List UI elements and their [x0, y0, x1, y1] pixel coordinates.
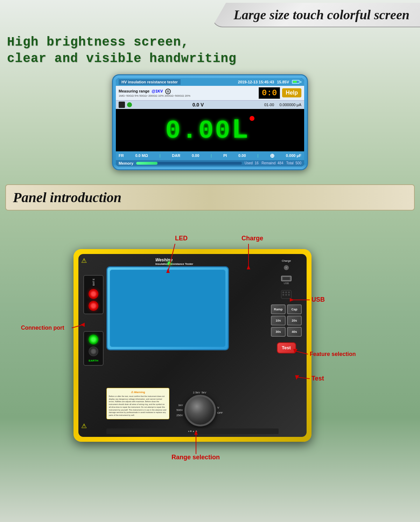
dar-label: DAR — [172, 153, 180, 158]
dot-indicator — [250, 116, 254, 121]
fr-label: FR — [119, 153, 124, 158]
port-red-1 — [89, 289, 98, 299]
fr-value: 0.0 MΩ — [135, 153, 148, 158]
led-indicator — [168, 262, 171, 265]
cap-button[interactable]: Cap — [287, 304, 302, 314]
device-screen-window — [106, 266, 229, 350]
range-selection-annotation-text: Range selection — [172, 454, 220, 461]
connection-port-annotation-text: Connection port — [21, 325, 64, 331]
earth-port-strip: EARTH — [83, 331, 104, 366]
test-button[interactable]: Test — [277, 342, 296, 353]
knob-area: 2.5kV 5kV 1kV 500V 250V V — [176, 391, 223, 426]
knob-row: 1kV 500V 250V V OFF — [176, 395, 223, 426]
panel-intro-title: Panel introduction — [13, 190, 121, 205]
usb-port — [281, 276, 292, 281]
usb-area: USB — [281, 276, 292, 284]
current-reading: 01-00 0.000000 μA — [264, 103, 301, 107]
measure-subtitle: 1MG~50GΩ 5% 50GΩ~200GΩ 10% 200GΩ~500GΩ 2… — [119, 94, 259, 97]
bottom-label-strip: ● ■ ▲ ◆ — [106, 428, 279, 434]
10s-button[interactable]: 10s — [271, 316, 286, 325]
right-controls: Charge USB — [271, 259, 302, 353]
timer-display: 0:0 — [259, 87, 280, 99]
header-section: Large size touch colorful screen — [0, 0, 420, 27]
port-black — [89, 346, 98, 356]
battery-body — [292, 80, 300, 84]
device-photo-wrapper: ⚠ ⚠ Weshine Insulation Resistance Tester… — [18, 221, 402, 466]
earth-label: EARTH — [89, 359, 98, 362]
rotary-knob[interactable] — [184, 395, 216, 426]
usb-annotation-text: USB — [312, 296, 325, 303]
warning-title: ⚠ Warning — [109, 390, 167, 394]
memory-stats: Used 16 Remaind 484 Total 500 — [245, 161, 301, 165]
speaker — [281, 290, 292, 299]
pi-label: PI — [223, 153, 227, 158]
memory-label: Memory — [119, 161, 133, 165]
panel-intro-banner: Panel introduction — [5, 184, 415, 211]
subtitle-section: High brightness screen, clear and visibl… — [0, 27, 420, 71]
memory-bar-fill — [136, 162, 157, 165]
pi-value: 0.00 — [238, 153, 246, 158]
header-banner: Large size touch colorful screen — [212, 3, 420, 27]
brand-name: Weshine Insulation Resistance Tester — [155, 257, 193, 266]
40s-button[interactable]: 40s — [287, 327, 302, 337]
measure-row: Measuring range @1KV ⊙ 1MG~50GΩ 5% 50GΩ~… — [116, 86, 304, 100]
left-port-strip: BAT E — [83, 275, 104, 314]
warning-triangle-bottom: ⚠ — [81, 422, 87, 430]
port-green — [89, 335, 98, 344]
measure-right: 0:0 Help — [259, 87, 301, 99]
screen-inner: HV insulation resistance tester 2019-12-… — [116, 78, 304, 166]
main-display: 0.00L — [116, 109, 304, 151]
device-photo-section: ⚠ ⚠ Weshine Insulation Resistance Tester… — [0, 214, 420, 494]
device-screen-container: HV insulation resistance tester 2019-12-… — [0, 71, 420, 181]
help-button[interactable]: Help — [282, 88, 301, 97]
battery-tip — [300, 81, 301, 83]
feature-buttons: Ramp Cap 10s 20s 30s 40s — [271, 304, 302, 337]
green-indicator — [127, 102, 132, 107]
bottom-labels: ● ■ ▲ ◆ — [188, 430, 197, 433]
device-dark-body: ⚠ ⚠ Weshine Insulation Resistance Tester… — [78, 254, 307, 437]
measure-left: Measuring range @1KV ⊙ 1MG~50GΩ 5% 50GΩ~… — [119, 89, 259, 97]
30s-button[interactable]: 30s — [271, 327, 286, 337]
info-icon[interactable]: ⊙ — [165, 89, 171, 94]
warning-box: ⚠ Warning Before or after the test, must… — [106, 388, 169, 419]
memory-row: Memory Used 16 Remaind 484 Total 500 — [116, 160, 304, 166]
memory-bar-container — [136, 162, 242, 165]
voltage-indicators — [119, 102, 132, 108]
battery-fill — [293, 81, 297, 83]
cap-value: 0.000 μF — [286, 153, 301, 158]
port-red-2 — [89, 301, 98, 311]
device-body: ⚠ ⚠ Weshine Insulation Resistance Tester… — [74, 249, 312, 442]
subtitle-text: High brightness screen, clear and visibl… — [7, 34, 413, 67]
warning-text: Before or after the test, must confirm t… — [109, 395, 166, 416]
battery-icon — [292, 80, 301, 84]
dar-value: 0.00 — [192, 153, 199, 158]
usb-slot — [283, 277, 290, 280]
led-annotation-text: LED — [175, 235, 188, 242]
header-title: Large size touch colorful screen — [234, 7, 410, 22]
charge-text: Charge — [282, 259, 291, 262]
ramp-button[interactable]: Ramp — [271, 304, 286, 314]
screen-display-area — [110, 270, 225, 347]
knob-right-labels: V OFF — [217, 405, 223, 415]
device-screen: HV insulation resistance tester 2019-12-… — [112, 74, 308, 170]
warning-triangle-top: ⚠ — [81, 257, 87, 265]
charge-annotation-text: Charge — [241, 235, 263, 242]
usb-label: USB — [281, 282, 292, 284]
datetime-display: 2019-12-13 15:45:43 — [238, 80, 274, 84]
status-bar-right: 2019-12-13 15:45:43 15.85V — [238, 80, 301, 84]
black-indicator — [119, 102, 125, 108]
voltage-status: 15.85V — [277, 80, 289, 84]
bottom-measure-row: FR 0.0 MΩ | DAR 0.00 | PI 0.00 | ⊕ 0.000… — [116, 151, 304, 160]
measure-title: Measuring range @1KV ⊙ — [119, 89, 259, 94]
main-reading: 0.00L — [166, 114, 250, 146]
knob-top-labels: 2.5kV 5kV — [193, 391, 206, 394]
20s-button[interactable]: 20s — [287, 316, 302, 325]
device-brand-label: HV insulation resistance tester — [119, 79, 181, 85]
status-bar: HV insulation resistance tester 2019-12-… — [116, 78, 304, 86]
voltage-value: 0.0 V — [192, 102, 204, 108]
voltage-row: 0.0 V 01-00 0.000000 μA — [116, 100, 304, 109]
knob-left-labels: 1kV 500V 250V — [176, 403, 183, 418]
bat-e-label: BAT E — [92, 279, 95, 286]
charge-port — [284, 265, 289, 270]
feature-selection-annotation-text: Feature selection — [310, 351, 356, 357]
